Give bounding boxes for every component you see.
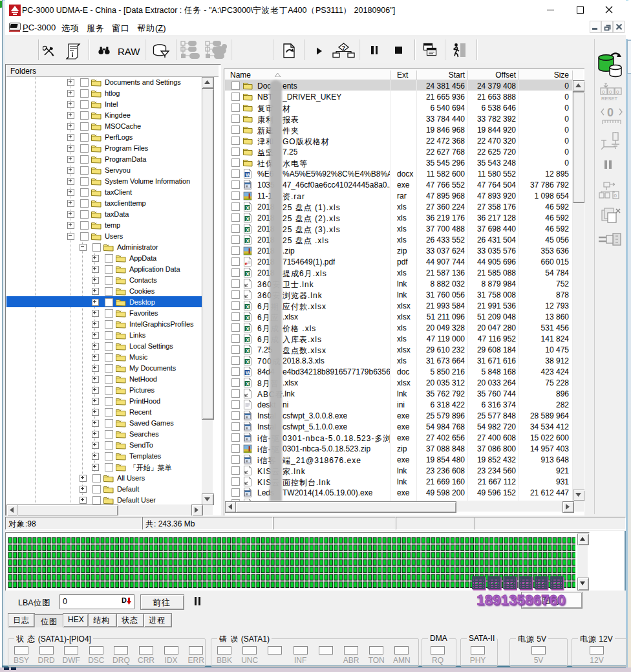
svg-text:X: X (246, 359, 250, 365)
svg-text:0: 0 (609, 89, 612, 95)
svg-text:X: X (246, 304, 250, 310)
svg-text:X: X (246, 205, 250, 211)
svg-text:W: W (246, 370, 251, 376)
svg-text:W: W (246, 172, 251, 178)
svg-text:X: X (246, 227, 250, 233)
svg-text:X: X (246, 271, 250, 277)
svg-text:0: 0 (607, 106, 614, 119)
svg-text:0: 0 (616, 89, 619, 95)
svg-text:X: X (246, 348, 250, 354)
svg-text:X: X (246, 381, 250, 387)
svg-text:0: 0 (602, 89, 605, 95)
svg-text:X: X (246, 326, 250, 332)
svg-text:X: X (246, 216, 250, 222)
svg-text:X: X (246, 238, 250, 244)
svg-text:0: 0 (614, 193, 617, 199)
svg-text:RESET: RESET (601, 96, 617, 102)
svg-text:X: X (246, 315, 250, 321)
svg-text:?: ? (342, 44, 346, 51)
svg-text:e: e (245, 261, 248, 266)
svg-text:X: X (246, 337, 250, 343)
